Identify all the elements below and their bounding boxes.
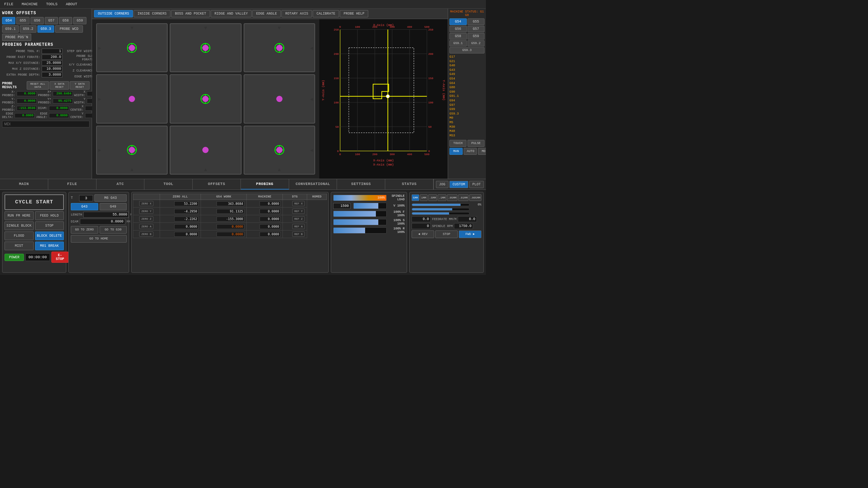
- probe-cell-ml[interactable]: ▶: [96, 74, 168, 123]
- g59-3-button[interactable]: G59.3: [37, 25, 54, 33]
- g56-button[interactable]: G56: [31, 17, 44, 24]
- ref-z-button[interactable]: REF Z: [292, 216, 305, 221]
- tab-conversational[interactable]: CONVERSATIONAL: [289, 179, 337, 190]
- probe-posn-button[interactable]: PROBE POS'N: [2, 34, 31, 41]
- probe-cell-tl[interactable]: ▼ ▶: [96, 23, 168, 72]
- tab-outside-corners[interactable]: OUTSIDE CORNERS: [94, 10, 133, 17]
- x-minus-val[interactable]: [17, 91, 37, 96]
- tab-ridge-valley[interactable]: RIDGE AND VALLEY: [211, 10, 252, 17]
- machine-z-input[interactable]: [217, 217, 244, 221]
- x-data-reset-button[interactable]: X DATA RESET: [50, 81, 69, 90]
- max-xy-input[interactable]: [42, 60, 62, 66]
- stop-button[interactable]: STOP: [35, 221, 64, 230]
- g54-y-input[interactable]: [174, 209, 199, 214]
- go-to-home-button[interactable]: GO TO HOME: [71, 235, 127, 243]
- right-g591-button[interactable]: G59.1: [449, 40, 467, 47]
- edge-angle-val[interactable]: [49, 113, 69, 118]
- g55-button[interactable]: G55: [16, 17, 30, 24]
- jog-005mm-button[interactable]: .05MM: [447, 194, 457, 201]
- plot-tab[interactable]: PLOT: [469, 181, 484, 188]
- tab-file[interactable]: FILE: [48, 179, 96, 190]
- probe-cell-tm[interactable]: ▼: [170, 23, 241, 72]
- length-input[interactable]: [83, 212, 129, 218]
- extra-probe-input[interactable]: [42, 72, 62, 77]
- dtg-y-input[interactable]: [260, 209, 280, 214]
- feedrate-num-input[interactable]: [412, 216, 431, 222]
- tab-tool[interactable]: TOOL: [144, 179, 193, 190]
- touch-button[interactable]: TOUCH: [449, 140, 466, 147]
- tab-main[interactable]: MAIN: [0, 179, 48, 190]
- right-g58-button[interactable]: G58: [449, 33, 467, 40]
- right-g56-button[interactable]: G56: [449, 26, 467, 32]
- go-to-zero-button[interactable]: GO TO ZERO: [71, 226, 98, 234]
- tab-status[interactable]: STATUS: [385, 179, 433, 190]
- jog-001mm-button[interactable]: .01MM: [458, 194, 469, 201]
- auto-button[interactable]: AUTO: [464, 148, 477, 155]
- menu-tools[interactable]: TOOLS: [45, 1, 59, 7]
- probe-tool-input[interactable]: [42, 49, 62, 54]
- menu-machine[interactable]: MACHINE: [20, 1, 39, 7]
- jog-1mm-button[interactable]: 1MM: [420, 194, 428, 201]
- dtg-b-input[interactable]: [260, 232, 280, 237]
- right-g59-button[interactable]: G59: [467, 33, 485, 40]
- jog-5mm-button[interactable]: 5MM: [412, 194, 419, 201]
- probe-cell-mm[interactable]: [170, 74, 241, 123]
- g57-button[interactable]: G57: [45, 17, 58, 24]
- tab-boss-pocket[interactable]: BOSS AND POCKET: [171, 10, 210, 17]
- ref-x-button[interactable]: REF X: [292, 201, 305, 206]
- cycle-start-button[interactable]: CYCLE START: [5, 194, 64, 210]
- g43-button[interactable]: G43: [71, 203, 98, 210]
- fwd-button[interactable]: FWD ►: [459, 230, 481, 238]
- rev-button[interactable]: ◄ REV: [412, 230, 434, 238]
- g54-a-input[interactable]: [174, 224, 199, 229]
- g49-button[interactable]: G49: [100, 203, 127, 210]
- reset-all-data-button[interactable]: RESET ALL DATA: [27, 81, 49, 90]
- probe-cell-bl[interactable]: ▲ ▶: [96, 126, 168, 175]
- tab-probing[interactable]: PROBING: [241, 179, 289, 190]
- probe-cell-mr[interactable]: ◀: [244, 74, 315, 123]
- right-g54-button[interactable]: G54: [449, 18, 467, 25]
- m01-break-button[interactable]: M01 BREAK: [35, 242, 64, 250]
- diam-input[interactable]: [80, 219, 125, 225]
- edge-delta-val[interactable]: [15, 113, 35, 118]
- spindle-v-input[interactable]: [333, 203, 351, 209]
- ref-b-button[interactable]: REF B: [292, 232, 305, 237]
- right-g593-button[interactable]: G59.3: [449, 47, 484, 53]
- y-minus-val[interactable]: [17, 99, 37, 103]
- mdi-button[interactable]: MDI: [478, 148, 486, 155]
- pulse-button[interactable]: PULSE: [467, 140, 484, 147]
- tab-rotary-axis[interactable]: ROTARY AXIS: [281, 10, 312, 17]
- spindle-stop-button[interactable]: STOP: [435, 230, 458, 238]
- probe-cell-br[interactable]: ▲ ◀: [244, 126, 315, 175]
- power-button[interactable]: POWER: [5, 254, 24, 261]
- jog-05mm-button[interactable]: .5MM: [428, 194, 437, 201]
- probe-wcd-button[interactable]: PROBE WCD: [55, 25, 83, 33]
- tool-number-input[interactable]: [79, 195, 93, 201]
- tab-probe-help[interactable]: PROBE HELP: [340, 10, 368, 17]
- block-delete-button[interactable]: BLOCK DELETE: [35, 232, 64, 240]
- zero-a-button[interactable]: ZERO A: [139, 224, 153, 229]
- y-data-reset-button[interactable]: Y DATA RESET: [70, 81, 90, 90]
- g54-b-input[interactable]: [174, 232, 199, 237]
- machine-b-input[interactable]: [217, 232, 244, 237]
- mdi-input[interactable]: [2, 121, 90, 127]
- g59-button[interactable]: G59: [73, 17, 86, 24]
- right-g57-button[interactable]: G57: [467, 26, 485, 32]
- x-plus-val[interactable]: [53, 91, 73, 96]
- diam-val[interactable]: [49, 106, 69, 111]
- g58-button[interactable]: G58: [59, 17, 72, 24]
- ref-a-button[interactable]: REF A: [292, 224, 305, 229]
- tab-edge-angle[interactable]: EDGE ANGLE: [252, 10, 281, 17]
- jog-01mm-button[interactable]: .1MM: [438, 194, 446, 201]
- g59-2-button[interactable]: G59.2: [20, 25, 36, 33]
- right-g592-button[interactable]: G59.2: [467, 40, 485, 47]
- zero-y-button[interactable]: ZERO Y: [139, 209, 153, 214]
- dtg-x-input[interactable]: [260, 201, 280, 206]
- man-button[interactable]: MAN: [449, 148, 463, 155]
- machine-y-input[interactable]: [217, 209, 244, 214]
- jog-0005mm-button[interactable]: .005MM: [469, 194, 481, 201]
- tab-settings[interactable]: SETTINGS: [337, 179, 385, 190]
- tab-calibrate[interactable]: CALIBRATE: [313, 10, 339, 17]
- zero-x-button[interactable]: ZERO X: [139, 201, 153, 206]
- y-plus-val[interactable]: [53, 99, 73, 103]
